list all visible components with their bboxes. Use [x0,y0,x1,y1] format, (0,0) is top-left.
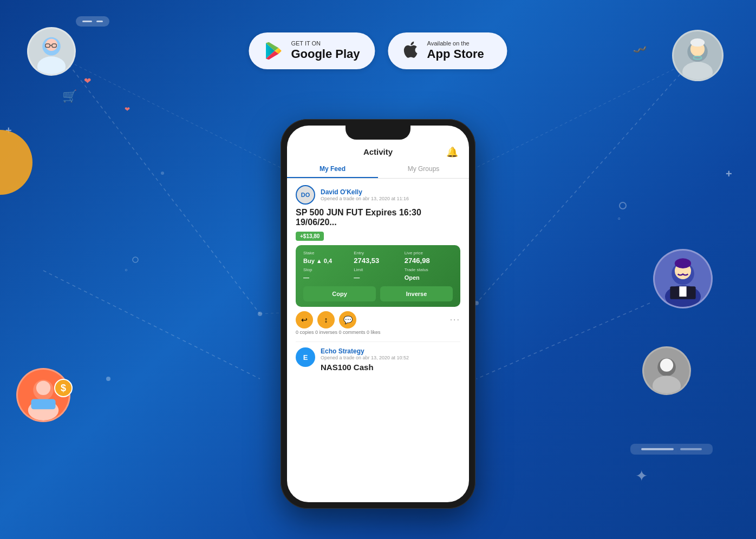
app-store-text: Available on the App Store [427,40,484,62]
trade-details-card: Stake Buy ▲ 0,4 Entry 2743,53 Live price… [296,245,460,307]
star-deco: ✦ [635,467,648,485]
stake-label: Stake [303,251,351,255]
svg-point-32 [675,258,691,268]
google-play-main: Google Play [291,47,360,61]
trade-title-2: NAS100 Cash [321,363,409,372]
stop-cell: Stop — [303,267,351,282]
profit-badge-1: +$13,80 [296,232,324,241]
user-subtitle-2: Opened a trade on abr 13, 2020 at 10:52 [321,355,409,360]
app-store-pre: Available on the [427,40,484,47]
svg-rect-34 [679,286,686,297]
svg-point-36 [653,376,681,395]
bell-icon: 🔔 [446,146,458,158]
trade-title-1: SP 500 JUN FUT Expires 16:30 19/06/20... [296,208,460,227]
social-row: ↩ ↕ 💬 ··· [296,311,460,328]
google-play-icon [264,41,283,61]
apple-icon [403,41,420,61]
dollar-badge: $ [54,379,73,397]
svg-rect-28 [31,399,55,410]
activity-title: Activity [363,147,393,156]
feed2-content: Echo Strategy Opened a trade on abr 13, … [321,347,409,372]
user-name-1: David O'Kelly [321,188,409,196]
plus-deco-2: + [726,168,732,180]
app-store-main: App Store [427,47,484,61]
live-price-cell: Live price 2746,98 [405,251,453,265]
person-top-right [672,30,724,81]
location-pin-1: ◦ [125,265,128,275]
feed-container: DO David O'Kelly Opened a trade on abr 1… [287,179,469,378]
trade-status-value: Open [405,274,420,281]
phone-notch [346,126,410,140]
heart-decoration-1: ❤ [84,76,91,86]
limit-value: — [354,274,360,281]
comment-social-btn[interactable]: 💬 [339,311,356,328]
trade-grid: Stake Buy ▲ 0,4 Entry 2743,53 Live price… [303,251,453,282]
app-store-button[interactable]: Available on the App Store [388,32,507,69]
user-avatar-1: DO [296,185,315,205]
live-price-value: 2746,98 [405,257,430,265]
stake-cell: Stake Buy ▲ 0,4 [303,251,351,265]
copy-social-btn[interactable]: ↩ [296,311,313,328]
store-buttons-container: GET IT ON Google Play Available on the A… [249,32,507,69]
trade-card-1: DO David O'Kelly Opened a trade on abr 1… [296,185,460,335]
stake-value: Buy ▲ 0,4 [303,258,332,264]
user-subtitle-1: Opened a trade on abr 13, 2020 at 11:16 [321,196,409,201]
entry-label: Entry [354,251,402,255]
phone-content: Activity 🔔 My Feed My Groups DO D [287,126,469,502]
person-mid-right [653,249,713,308]
heart-decoration-2: ❤ [125,106,130,113]
person-top-left [27,27,76,76]
tabs-container: My Feed My Groups [287,161,469,179]
limit-cell: Limit — [354,267,402,282]
location-pin-2: ◦ [617,214,621,224]
tab-my-feed[interactable]: My Feed [287,161,378,178]
cart-icon: 🛒 [62,89,77,103]
user-info-1: David O'Kelly Opened a trade on abr 13, … [321,188,409,201]
phone-screen: Activity 🔔 My Feed My Groups DO D [287,126,469,502]
feed-item-2: E Echo Strategy Opened a trade on abr 13… [296,341,460,372]
live-price-label: Live price [405,251,453,255]
google-play-button[interactable]: GET IT ON Google Play [249,32,375,69]
google-play-pre: GET IT ON [291,40,360,47]
inverse-social-btn[interactable]: ↕ [317,311,335,328]
svg-point-23 [690,38,705,47]
svg-point-15 [37,56,66,76]
person-bottom-gray [642,346,691,395]
feed2-info: Echo Strategy Opened a trade on abr 13, … [321,347,409,360]
phone-outer: Activity 🔔 My Feed My Groups DO D [281,119,475,509]
user-avatar-2: E [296,347,315,367]
white-bar-decoration [630,444,713,455]
chat-bubble [76,16,109,27]
stop-label: Stop [303,267,351,272]
inverse-button[interactable]: Inverse [380,286,453,301]
entry-value: 2743,53 [354,257,379,265]
activity-header: Activity 🔔 [287,143,469,156]
social-counts: 0 copies 0 inverses 0 comments 0 likes [296,330,460,335]
user-row-1: DO David O'Kelly Opened a trade on abr 1… [296,185,460,205]
limit-label: Limit [354,267,402,272]
stop-value: — [303,274,309,281]
svg-point-27 [36,381,50,395]
entry-cell: Entry 2743,53 [354,251,402,265]
copy-button[interactable]: Copy [303,286,376,301]
trade-actions: Copy Inverse [303,286,453,301]
more-dots[interactable]: ··· [450,315,460,325]
tab-my-groups[interactable]: My Groups [378,161,469,178]
svg-point-16 [45,39,57,51]
trade-status-cell: Trade status Open [405,267,453,282]
phone-mockup: Activity 🔔 My Feed My Groups DO D [281,119,475,509]
trade-status-label: Trade status [405,267,453,272]
svg-point-37 [660,359,673,372]
svg-point-21 [682,62,713,81]
user-name-2: Echo Strategy [321,347,409,355]
google-play-text: GET IT ON Google Play [291,40,360,62]
